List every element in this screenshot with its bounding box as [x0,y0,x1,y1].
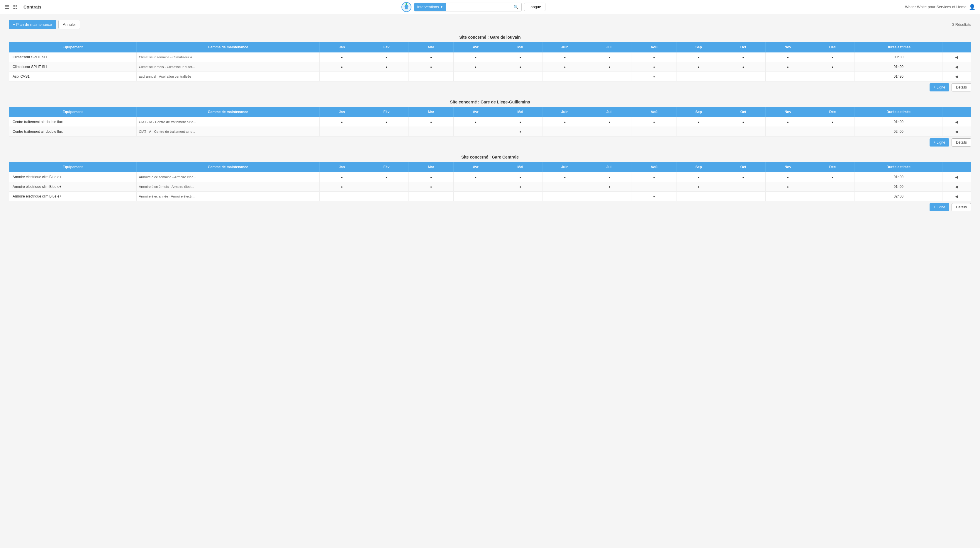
dot-icon: ● [787,56,789,59]
month-cell-2 [409,127,453,137]
main-content: + Plan de maintenance Annuler 3 Résultat… [0,14,980,226]
month-cell-10: ● [766,117,810,127]
dot-icon: ● [341,56,343,59]
row-arrow-button[interactable]: ◀ [955,119,958,124]
month-cell-2: ● [409,52,453,62]
month-cell-11 [810,127,855,137]
table-2: EquipementGamme de maintenanceJanFévMarA… [9,162,971,201]
month-cell-1: ● [364,172,409,182]
langue-button[interactable]: Langue [524,3,546,11]
month-cell-10: ● [766,172,810,182]
details-button[interactable]: Détails [951,138,971,146]
dot-icon: ● [653,176,655,179]
dot-icon: ● [475,56,477,59]
row-arrow-button[interactable]: ◀ [955,65,958,69]
col-header-gamme: Gamme de maintenance [136,162,320,172]
details-button[interactable]: Détails [951,203,971,211]
chart-icon[interactable]: ☷ [13,4,18,10]
month-cell-6: ● [587,62,632,72]
col-header-month-Aoû: Aoû [632,42,676,52]
month-cell-0 [320,192,364,201]
logo [401,2,412,12]
gamme-cell: CIAT - M - Centre de traitement air d... [136,117,320,127]
arrow-cell: ◀ [942,72,971,81]
month-cell-0: ● [320,117,364,127]
details-button[interactable]: Détails [951,83,971,91]
month-cell-4: ● [498,117,542,127]
annuler-button[interactable]: Annuler [58,20,80,29]
duree-cell: 02h00 [855,127,942,137]
dot-icon: ● [608,121,610,124]
month-cell-0 [320,72,364,81]
dot-icon: ● [519,65,521,68]
dot-icon: ● [475,176,477,179]
plan-maintenance-button[interactable]: + Plan de maintenance [9,20,56,29]
month-cell-5 [542,182,587,192]
month-cell-2 [409,192,453,201]
equip-cell: Armoire électrique clim Blue e+ [9,192,137,201]
dot-icon: ● [832,65,834,68]
section-title-1: Site concerné : Gare de Liege-Guillemins [9,100,971,104]
search-button[interactable]: 🔍 [511,3,521,11]
month-cell-8 [676,127,721,137]
month-cell-3 [453,192,498,201]
search-dropdown[interactable]: Interventions ▼ [414,3,446,11]
month-cell-5 [542,192,587,201]
month-cell-8: ● [676,52,721,62]
equip-cell: Climatiseur SPLIT SLI [9,52,137,62]
month-cell-2: ● [409,172,453,182]
dot-icon: ● [787,185,789,188]
dot-icon: ● [386,56,387,59]
dot-icon: ● [743,176,744,179]
dot-icon: ● [564,65,566,68]
add-ligne-button[interactable]: + Ligne [929,83,950,91]
month-cell-8: ● [676,172,721,182]
month-cell-10 [766,127,810,137]
month-cell-9: ● [721,62,766,72]
col-header-month-Mar: Mar [409,162,453,172]
col-header-equip: Equipement [9,107,137,117]
dot-icon: ● [608,56,610,59]
table-row: Climatiseur SPLIT SLIClimatiseur semaine… [9,52,971,62]
month-cell-0: ● [320,182,364,192]
col-header-month-Avr: Avr [453,107,498,117]
col-header-duree: Durée estimée [855,162,942,172]
month-cell-3: ● [453,172,498,182]
header: ☰ ☷ Contrats Interventions ▼ 🔍 Langue Wa… [0,0,980,14]
month-cell-0 [320,127,364,137]
table-row: Armoire électrique clim Blue e+Armoire é… [9,182,971,192]
col-header-action [942,42,971,52]
dot-icon: ● [564,121,566,124]
month-cell-0: ● [320,62,364,72]
row-arrow-button[interactable]: ◀ [955,74,958,79]
col-header-month-Juil: Juil [587,42,632,52]
month-cell-3 [453,127,498,137]
search-input[interactable] [446,3,511,11]
add-ligne-button[interactable]: + Ligne [929,203,950,211]
col-header-month-Jan: Jan [320,107,364,117]
gamme-cell: Armoire élec 2 mois - Armoire élect... [136,182,320,192]
month-cell-8: ● [676,182,721,192]
row-arrow-button[interactable]: ◀ [955,55,958,59]
month-cell-11 [810,182,855,192]
dot-icon: ● [743,121,744,124]
dot-icon: ● [787,121,789,124]
col-header-month-Avr: Avr [453,42,498,52]
row-arrow-button[interactable]: ◀ [955,175,958,179]
row-arrow-button[interactable]: ◀ [955,194,958,199]
menu-icon[interactable]: ☰ [5,4,10,10]
table-1: EquipementGamme de maintenanceJanFévMarA… [9,106,971,137]
month-cell-8 [676,192,721,201]
row-arrow-button[interactable]: ◀ [955,129,958,134]
month-cell-4: ● [498,182,542,192]
equip-cell: Armoire électrique clim Blue e+ [9,172,137,182]
add-ligne-button[interactable]: + Ligne [929,138,950,146]
dot-icon: ● [519,176,521,179]
row-arrow-button[interactable]: ◀ [955,184,958,189]
dot-icon: ● [564,176,566,179]
month-cell-4: ● [498,52,542,62]
month-cell-5: ● [542,62,587,72]
results-count: 3 Résultats [952,22,971,27]
gamme-cell: Climatiseur semaine - Climatiseur a... [136,52,320,62]
month-cell-1 [364,182,409,192]
